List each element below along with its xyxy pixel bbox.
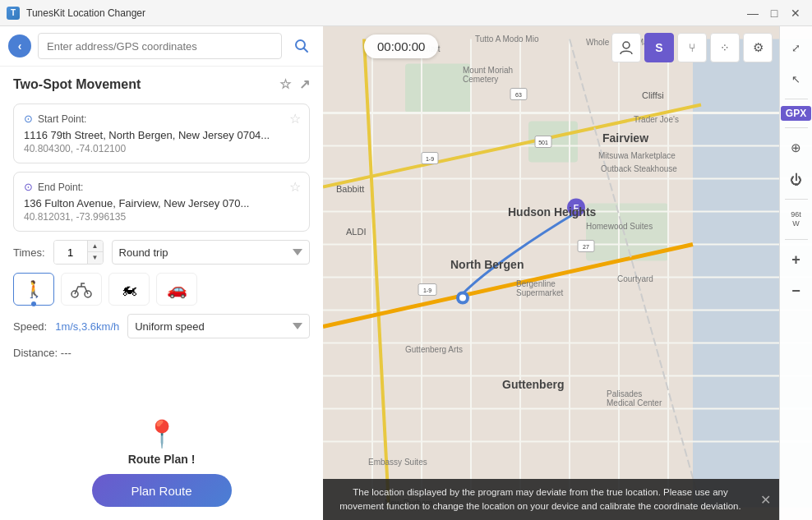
profile-icon xyxy=(619,40,634,55)
svg-text:1-9: 1-9 xyxy=(426,156,434,162)
toolbar-separator-3 xyxy=(785,199,808,200)
end-point-star-button[interactable]: ☆ xyxy=(289,179,301,195)
back-button[interactable]: ‹ xyxy=(8,35,31,58)
car-mode-button[interactable]: 🚗 xyxy=(156,273,197,306)
panel-title-icons: ☆ ↗ xyxy=(279,76,310,92)
minimize-button[interactable]: — xyxy=(743,5,763,21)
speed-label: Speed: xyxy=(13,320,47,333)
search-icon xyxy=(294,39,309,53)
times-label: Times: xyxy=(13,246,45,259)
svg-text:63: 63 xyxy=(515,92,522,98)
search-input[interactable] xyxy=(38,33,282,59)
end-point-address: 136 Fulton Avenue, Fairview, New Jersey … xyxy=(24,196,299,211)
speed-value: 1m/s,3.6km/h xyxy=(55,320,119,333)
power-button[interactable]: ⏻ xyxy=(782,164,811,194)
start-point-box: ⊙ Start Point: 1116 79th Street, North B… xyxy=(13,104,310,163)
top-toolbar: S ⑂ ⁘ ⚙ xyxy=(611,33,773,62)
map-area[interactable]: E 1-9 501 27 1-9 63 H-Mart Tutto A Modo … xyxy=(323,26,812,520)
share-icon[interactable]: ↗ xyxy=(299,76,310,92)
start-point-icon: ⊙ xyxy=(24,113,33,125)
times-arrows: ▲ ▼ xyxy=(87,241,103,264)
svg-text:27: 27 xyxy=(583,244,589,250)
svg-text:501: 501 xyxy=(538,140,548,145)
svg-text:E: E xyxy=(574,204,579,213)
timer-value: 00:00:00 xyxy=(377,39,425,53)
multi-button[interactable]: ⁘ xyxy=(710,33,740,62)
svg-rect-5 xyxy=(405,64,471,113)
left-panel: ‹ Two-Spot Movement ☆ ↗ xyxy=(0,26,323,520)
profile-button[interactable] xyxy=(611,33,641,62)
info-banner-close-button[interactable]: ✕ xyxy=(760,491,771,507)
main-container: ‹ Two-Spot Movement ☆ ↗ xyxy=(0,26,812,520)
start-point-label: ⊙ Start Point: xyxy=(24,113,299,125)
bike-icon xyxy=(71,280,92,298)
toolbar-separator-1 xyxy=(785,99,808,99)
app-title: TunesKit Location Changer xyxy=(26,7,743,19)
route-plan-notice-icon: 📍 xyxy=(145,418,178,449)
bike-mode-button[interactable] xyxy=(61,273,102,306)
cursor-button[interactable]: ↖ xyxy=(782,64,811,94)
title-bar: T TunesKit Location Changer — □ ✕ xyxy=(0,0,812,26)
transport-row: 🚶 🏍 🚗 xyxy=(13,273,310,306)
plan-route-button[interactable]: Plan Route xyxy=(92,474,232,507)
speed-row: Speed: 1m/s,3.6km/h Uniform speed Random… xyxy=(13,314,310,338)
map-background: E 1-9 501 27 1-9 63 H-Mart Tutto A Modo … xyxy=(323,26,812,520)
motorcycle-mode-button[interactable]: 🏍 xyxy=(108,273,150,306)
panel-title-text: Two-Spot Movement xyxy=(13,77,141,92)
toolbar-separator-4 xyxy=(785,239,808,240)
location-button[interactable]: ⊕ xyxy=(782,133,811,163)
controls-row: Times: ▲ ▼ Round trip One way Repeat xyxy=(13,240,310,265)
app-icon: T xyxy=(7,7,20,20)
svg-text:1-9: 1-9 xyxy=(423,288,431,293)
svg-point-27 xyxy=(459,295,466,301)
distance-row: Distance: --- xyxy=(13,347,310,359)
walk-mode-button[interactable]: 🚶 xyxy=(13,273,54,306)
times-input-group: ▲ ▼ xyxy=(53,240,104,265)
route-btn-container: 📍 Route Plan ! Plan Route xyxy=(0,407,323,520)
search-button[interactable] xyxy=(288,33,315,59)
distance-value: --- xyxy=(61,347,72,359)
close-button[interactable]: ✕ xyxy=(786,5,805,21)
info-banner-text: The location displayed by the program ma… xyxy=(339,487,740,511)
toolbar-separator-2 xyxy=(785,127,808,128)
start-point-address: 1116 79th Street, North Bergen, New Jers… xyxy=(24,128,299,143)
gpx-label: GPX xyxy=(781,106,811,121)
round-trip-select[interactable]: Round trip One way Repeat xyxy=(112,240,310,265)
zoom-in-button[interactable]: + xyxy=(782,245,811,274)
speed-mode-select[interactable]: Uniform speed Random speed Fluctuate spe… xyxy=(127,314,310,338)
start-point-coords: 40.804300, -74.012100 xyxy=(24,143,299,154)
maximize-button[interactable]: □ xyxy=(764,5,784,21)
panel-title-row: Two-Spot Movement ☆ ↗ xyxy=(13,76,310,92)
times-input[interactable] xyxy=(54,241,87,264)
speed-display: 96tW xyxy=(782,205,811,234)
gear-button[interactable]: ⚙ xyxy=(743,33,773,62)
distance-label: Distance: xyxy=(13,347,58,359)
map-expand-button[interactable]: ⤢ xyxy=(782,33,811,62)
right-toolbar: ⤢ ↖ GPX ⊕ ⏻ 96tW + − xyxy=(779,26,812,520)
star-icon[interactable]: ☆ xyxy=(279,76,291,92)
end-point-box: ⊙ End Point: 136 Fulton Avenue, Fairview… xyxy=(13,172,310,232)
branch-button[interactable]: ⑂ xyxy=(677,33,707,62)
svg-line-1 xyxy=(304,48,308,53)
route-plan-notice-text: Route Plan ! xyxy=(128,453,196,466)
window-controls: — □ ✕ xyxy=(743,5,805,21)
info-banner: The location displayed by the program ma… xyxy=(323,479,779,521)
start-point-star-button[interactable]: ☆ xyxy=(289,111,301,127)
map-svg: E 1-9 501 27 1-9 63 xyxy=(323,26,812,520)
route-plan-notice: 📍 Route Plan ! xyxy=(13,410,310,474)
end-point-label: ⊙ End Point: xyxy=(24,181,299,193)
panel-content: Two-Spot Movement ☆ ↗ ⊙ Start Point: 111… xyxy=(0,67,323,407)
times-down-button[interactable]: ▼ xyxy=(88,252,103,264)
times-up-button[interactable]: ▲ xyxy=(88,241,103,252)
zoom-out-button[interactable]: − xyxy=(782,276,811,306)
end-point-icon: ⊙ xyxy=(24,181,33,193)
search-bar: ‹ xyxy=(0,26,323,67)
walk-mode-top-button[interactable]: S xyxy=(644,33,674,62)
svg-point-40 xyxy=(623,42,630,48)
timer-badge: 00:00:00 xyxy=(364,35,438,58)
end-point-coords: 40.812031, -73.996135 xyxy=(24,211,299,223)
